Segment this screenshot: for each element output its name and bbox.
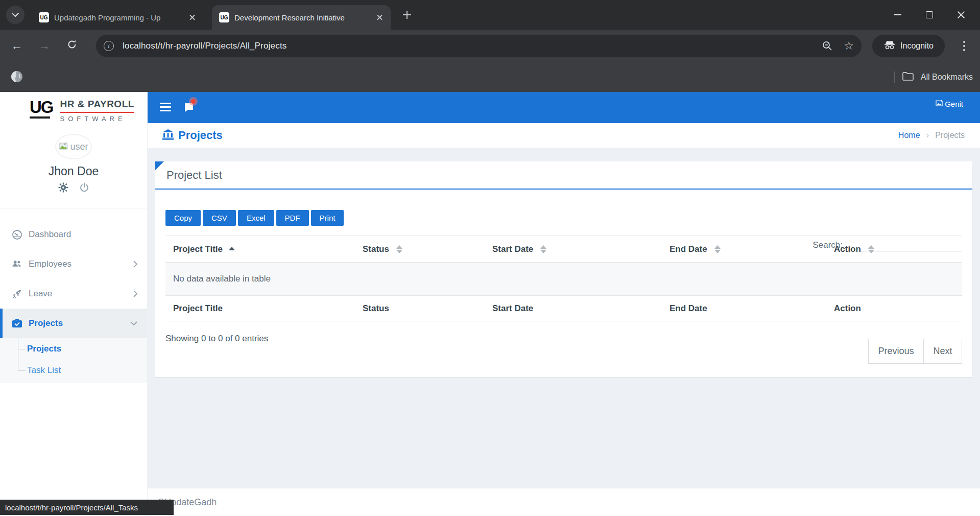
column-header-project-title[interactable]: Project Title xyxy=(165,236,355,263)
breadcrumb-home-link[interactable]: Home xyxy=(898,131,920,140)
sidebar-nav: Dashboard Employees Leave xyxy=(0,220,147,383)
tab-development-research[interactable]: UG Development Research Initiative xyxy=(212,5,391,30)
address-bar[interactable]: i localhost/t/hr-payroll/Projects/All_Pr… xyxy=(96,35,862,57)
employees-people-icon xyxy=(12,259,22,270)
projects-briefcase-icon xyxy=(12,318,22,329)
power-icon[interactable] xyxy=(80,182,89,193)
folder-icon xyxy=(902,71,914,83)
sort-icon xyxy=(714,245,721,253)
pdf-button[interactable]: PDF xyxy=(276,210,309,226)
project-list-card: Project List Copy CSV Excel PDF Print Se… xyxy=(155,161,972,377)
notifications-flag-icon[interactable] xyxy=(183,102,197,115)
tree-dash xyxy=(18,349,26,349)
tab-title: Updategadh Programming - Up xyxy=(54,13,184,22)
submenu-item-task-list[interactable]: Task List xyxy=(0,360,61,381)
sort-icon xyxy=(396,245,402,253)
pagination: Previous Next xyxy=(868,339,962,364)
screen: UG Updategadh Programming - Up UG Develo… xyxy=(0,0,980,516)
sidebar-item-label: Dashboard xyxy=(29,229,71,240)
excel-button[interactable]: Excel xyxy=(238,210,274,226)
incognito-icon xyxy=(883,40,896,52)
card-title: Project List xyxy=(166,169,222,182)
logo-line1: HR & PAYROLL xyxy=(60,99,134,113)
window-controls xyxy=(882,0,977,30)
status-url: localhost/t/hr-payroll/Projects/All_Task… xyxy=(5,503,138,512)
window-close-button[interactable] xyxy=(945,0,977,30)
empty-row: No data available in table xyxy=(165,263,962,296)
leave-rocket-icon xyxy=(12,289,22,299)
search-input[interactable] xyxy=(847,239,962,251)
maximize-button[interactable] xyxy=(914,0,945,30)
app-logo[interactable]: UG HR & PAYROLL SOFTWARE xyxy=(30,99,147,123)
column-header-status[interactable]: Status xyxy=(355,236,485,263)
incognito-label: Incognito xyxy=(900,41,934,51)
export-buttons: Copy CSV Excel PDF Print xyxy=(165,210,962,226)
footer-column-end-date: End Date xyxy=(662,296,826,321)
browser-menu-button[interactable] xyxy=(958,38,970,54)
footer-column-project-title: Project Title xyxy=(165,296,355,321)
zoom-icon[interactable] xyxy=(819,37,836,55)
settings-gear-icon[interactable] xyxy=(58,182,68,193)
submenu-item-projects[interactable]: Projects xyxy=(0,338,61,360)
chevron-down-icon xyxy=(12,10,19,19)
footer-column-status: Status xyxy=(355,296,485,321)
breadcrumb-separator: › xyxy=(926,130,929,140)
page-footer: ©UpdateGadh xyxy=(148,488,980,516)
sidebar-item-projects[interactable]: Projects xyxy=(0,309,147,338)
empty-message: No data available in table xyxy=(165,263,962,296)
column-header-start-date[interactable]: Start Date xyxy=(485,236,662,263)
previous-button[interactable]: Previous xyxy=(868,339,924,364)
bank-icon xyxy=(162,129,174,142)
header-user-label: Genit xyxy=(945,100,963,108)
dashboard-gauge-icon xyxy=(12,229,22,240)
sort-icon xyxy=(540,245,546,253)
user-name: Jhon Doe xyxy=(0,165,147,178)
sidebar-item-dashboard[interactable]: Dashboard xyxy=(0,220,147,249)
card-header: Project List xyxy=(155,161,972,190)
back-button[interactable]: ← xyxy=(7,36,27,56)
site-info-icon[interactable]: i xyxy=(104,41,114,51)
all-bookmarks-label: All Bookmarks xyxy=(921,73,973,82)
footer-column-action: Action xyxy=(826,296,962,321)
new-tab-button[interactable] xyxy=(401,9,413,21)
chevron-down-icon xyxy=(130,321,138,326)
footer-column-start-date: Start Date xyxy=(485,296,662,321)
hamburger-menu-icon[interactable] xyxy=(160,103,171,112)
header-user-menu[interactable]: Genit xyxy=(936,99,963,108)
card-corner-marker xyxy=(155,161,164,170)
projects-submenu: Projects Task List xyxy=(0,338,147,383)
minimize-button[interactable] xyxy=(882,0,914,30)
tab-favicon: UG xyxy=(39,12,49,22)
tab-favicon: UG xyxy=(219,12,229,22)
submenu-item-label: Task List xyxy=(27,365,61,376)
copy-button[interactable]: Copy xyxy=(165,210,201,226)
reload-button[interactable] xyxy=(62,36,82,56)
sidebar-item-label: Employees xyxy=(29,259,71,269)
table-footer-row: Project Title Status Start Date End Date… xyxy=(165,296,962,321)
app-header: Genit xyxy=(148,92,980,123)
bookmark-star-icon[interactable]: ☆ xyxy=(840,37,857,55)
link-status-bar: localhost/t/hr-payroll/Projects/All_Task… xyxy=(0,500,174,515)
tab-title: Development Research Initiative xyxy=(234,13,371,22)
csv-button[interactable]: CSV xyxy=(203,210,236,226)
sidebar-item-label: Projects xyxy=(29,318,63,329)
divider xyxy=(0,208,147,208)
tab-search-button[interactable] xyxy=(6,6,25,24)
sidebar: UG HR & PAYROLL SOFTWARE user Jhon Doe xyxy=(0,92,148,516)
globe-icon[interactable] xyxy=(10,70,23,85)
all-bookmarks[interactable]: All Bookmarks xyxy=(894,62,973,92)
tab-updategadh[interactable]: UG Updategadh Programming - Up xyxy=(32,5,203,30)
sort-asc-icon xyxy=(229,247,235,250)
close-icon[interactable] xyxy=(374,12,386,23)
chevron-right-icon xyxy=(133,260,138,268)
submenu-item-label: Projects xyxy=(27,344,61,354)
column-header-end-date[interactable]: End Date xyxy=(662,236,826,263)
forward-button[interactable]: → xyxy=(34,36,55,56)
sidebar-item-employees[interactable]: Employees xyxy=(0,249,147,279)
sidebar-item-leave[interactable]: Leave xyxy=(0,279,147,309)
next-button[interactable]: Next xyxy=(923,339,962,364)
print-button[interactable]: Print xyxy=(311,210,344,226)
close-icon[interactable] xyxy=(187,12,198,23)
content: Project List Copy CSV Excel PDF Print Se… xyxy=(148,148,980,457)
url-text[interactable]: localhost/t/hr-payroll/Projects/All_Proj… xyxy=(123,41,819,51)
